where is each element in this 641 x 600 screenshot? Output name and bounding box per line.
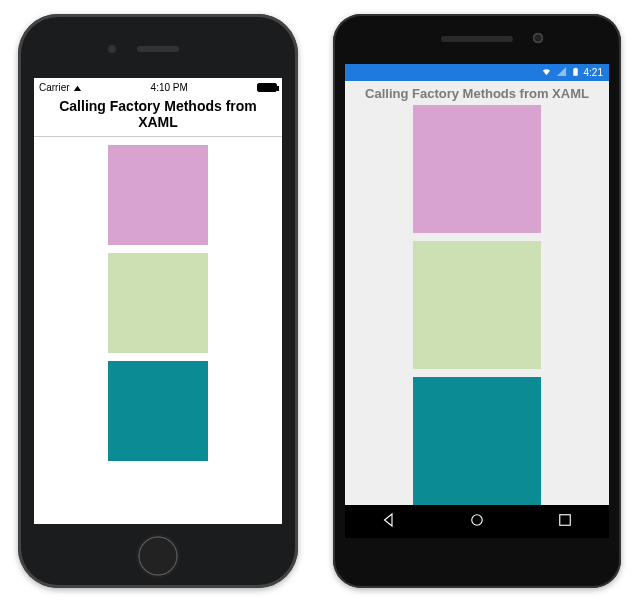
ios-clock: 4:10 PM: [151, 82, 188, 93]
ios-status-bar: Carrier 4:10 PM: [34, 78, 282, 96]
carrier-label: Carrier: [39, 82, 70, 93]
iphone-screen: Carrier 4:10 PM Calling Factory Methods …: [34, 78, 282, 524]
wifi-icon: [73, 82, 82, 93]
iphone-speaker: [137, 46, 179, 52]
battery-icon: [257, 83, 277, 92]
battery-icon: [571, 66, 580, 80]
color-swatch-2: [108, 253, 208, 353]
android-content: [345, 105, 609, 505]
svg-rect-1: [574, 67, 576, 68]
android-device-frame: 4:21 Calling Factory Methods from XAML: [333, 14, 621, 588]
iphone-camera: [108, 45, 116, 53]
back-button[interactable]: [380, 511, 398, 533]
recent-apps-button[interactable]: [556, 511, 574, 533]
signal-icon: [556, 66, 567, 79]
android-nav-bar: [345, 505, 609, 538]
color-swatch-1: [108, 145, 208, 245]
color-swatch-2: [413, 241, 541, 369]
svg-rect-0: [573, 68, 578, 75]
android-clock: 4:21: [584, 67, 603, 78]
svg-rect-3: [560, 514, 571, 525]
svg-point-2: [472, 514, 483, 525]
wifi-icon: [541, 66, 552, 79]
color-swatch-3: [413, 377, 541, 505]
android-front-camera: [532, 32, 544, 44]
android-speaker: [441, 36, 513, 42]
page-title: Calling Factory Methods from XAML: [345, 81, 609, 105]
home-button[interactable]: [468, 511, 486, 533]
page-title: Calling Factory Methods from XAML: [34, 96, 282, 137]
ios-content: [34, 137, 282, 524]
android-status-bar: 4:21: [345, 64, 609, 81]
iphone-home-button[interactable]: [136, 534, 180, 578]
color-swatch-1: [413, 105, 541, 233]
color-swatch-3: [108, 361, 208, 461]
iphone-device-frame: Carrier 4:10 PM Calling Factory Methods …: [18, 14, 298, 588]
android-screen: 4:21 Calling Factory Methods from XAML: [345, 64, 609, 538]
